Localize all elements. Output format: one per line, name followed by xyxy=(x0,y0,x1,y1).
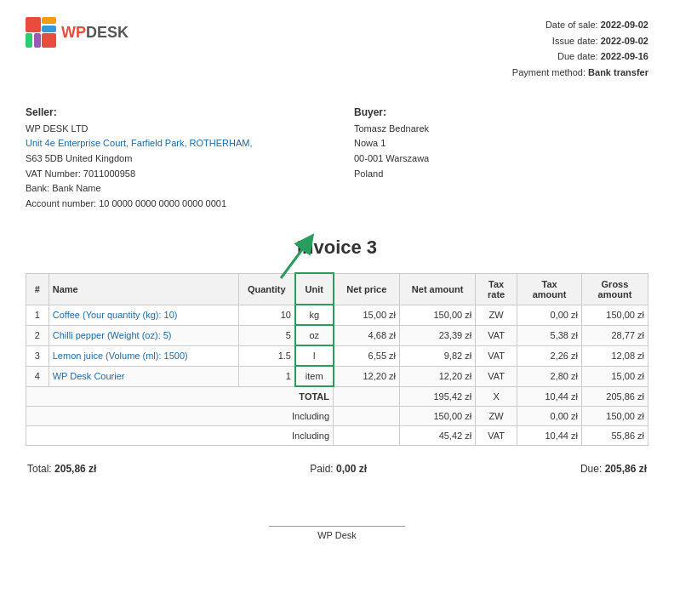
buyer-label: Buyer: xyxy=(354,106,648,118)
cell-unit: l xyxy=(295,345,334,366)
including-label-cell: Including xyxy=(26,426,334,446)
date-of-sale: Date of sale: 2022-09-02 xyxy=(512,17,648,33)
paid-label: Paid: xyxy=(310,463,333,475)
cell-gross-amount: 15,00 zł xyxy=(581,366,648,386)
footer-totals: Total: 205,86 zł Paid: 0,00 zł Due: 205,… xyxy=(26,463,648,475)
invoice-title: Invoice 3 xyxy=(26,237,648,259)
paid-value: 0,00 zł xyxy=(336,463,367,475)
signature-line xyxy=(269,526,405,527)
total-value: 205,86 zł xyxy=(54,463,96,475)
including-tax-rate: VAT xyxy=(476,426,517,446)
total-label: Total: xyxy=(27,463,52,475)
parties-section: Seller: WP DESK LTD Unit 4e Enterprise C… xyxy=(26,106,648,212)
due-date: Due date: 2022-09-16 xyxy=(512,48,648,65)
signature-area: WP Desk xyxy=(26,526,648,540)
cell-num: 2 xyxy=(26,325,49,345)
invoice-meta: Date of sale: 2022-09-02 Issue date: 202… xyxy=(512,17,648,81)
including-empty xyxy=(334,426,400,446)
cell-net-amount: 9,82 zł xyxy=(400,345,476,366)
svg-rect-4 xyxy=(34,33,41,48)
buyer-section: Buyer: Tomasz Bednarek Nowa 1 00-001 War… xyxy=(354,106,648,212)
seller-address-line2: S63 5DB United Kingdom xyxy=(26,151,320,167)
including-tax-rate: ZW xyxy=(476,407,517,426)
including-label-cell: Including xyxy=(26,407,334,426)
seller-account: Account number: 10 0000 0000 0000 0000 0… xyxy=(26,197,320,212)
svg-rect-0 xyxy=(26,17,41,32)
total-gross-amount: 205,86 zł xyxy=(581,386,648,407)
seller-bank: Bank: Bank Name xyxy=(26,181,320,197)
cell-num: 4 xyxy=(26,366,49,386)
cell-name: Lemon juice (Volume (ml): 1500) xyxy=(49,345,238,366)
table-header-row: # Name Quantity Unit Net price Net amoun… xyxy=(26,273,648,305)
col-header-net-price: Net price xyxy=(334,273,400,305)
cell-net-amount: 12,20 zł xyxy=(400,366,476,386)
including-tax-amount: 10,44 zł xyxy=(517,426,582,446)
cell-net-price: 4,68 zł xyxy=(334,325,400,345)
cell-tax-rate: VAT xyxy=(476,345,517,366)
paid-section: Paid: 0,00 zł xyxy=(310,463,367,475)
logo: WPDESK xyxy=(26,17,129,48)
signature-company: WP Desk xyxy=(317,530,357,540)
total-section: Total: 205,86 zł xyxy=(27,463,96,475)
svg-rect-5 xyxy=(42,33,56,48)
cell-tax-rate: VAT xyxy=(476,366,517,386)
cell-gross-amount: 28,77 zł xyxy=(581,325,648,345)
col-header-gross-amount: Grossamount xyxy=(581,273,648,305)
table-row: 2Chilli pepper (Weight (oz): 5)5oz4,68 z… xyxy=(26,325,648,345)
cell-tax-rate: VAT xyxy=(476,325,517,345)
cell-net-price: 6,55 zł xyxy=(334,345,400,366)
cell-tax-amount: 5,38 zł xyxy=(517,325,582,345)
total-row: TOTAL 195,42 zł X 10,44 zł 205,86 zł xyxy=(26,386,648,407)
buyer-address-line2: 00-001 Warszawa xyxy=(354,151,648,167)
cell-unit: oz xyxy=(295,325,334,345)
col-header-name: Name xyxy=(49,273,238,305)
total-tax-rate: X xyxy=(476,386,517,407)
including-net-amount: 150,00 zł xyxy=(400,407,476,426)
cell-tax-amount: 0,00 zł xyxy=(517,305,582,325)
including-gross-amount: 55,86 zł xyxy=(581,426,648,446)
cell-quantity: 10 xyxy=(238,305,295,325)
col-header-num: # xyxy=(26,273,49,305)
svg-rect-2 xyxy=(42,26,56,32)
seller-label: Seller: xyxy=(26,106,320,118)
col-header-unit: Unit xyxy=(295,273,334,305)
seller-name: WP DESK LTD xyxy=(26,122,320,137)
payment-method: Payment method: Bank transfer xyxy=(512,65,648,81)
col-header-tax-rate: Taxrate xyxy=(476,273,517,305)
buyer-country: Poland xyxy=(354,167,648,182)
svg-rect-3 xyxy=(26,33,32,48)
cell-name: Coffee (Your quantity (kg): 10) xyxy=(49,305,238,325)
cell-net-amount: 23,39 zł xyxy=(400,325,476,345)
logo-text: WPDESK xyxy=(61,24,129,42)
issue-date: Issue date: 2022-09-02 xyxy=(512,33,648,49)
cell-name: WP Desk Courier xyxy=(49,366,238,386)
cell-quantity: 1.5 xyxy=(238,345,295,366)
col-header-net-amount: Net amount xyxy=(400,273,476,305)
col-header-quantity: Quantity xyxy=(238,273,295,305)
svg-rect-1 xyxy=(42,17,56,24)
due-section: Due: 205,86 zł xyxy=(580,463,647,475)
col-header-tax-amount: Taxamount xyxy=(517,273,582,305)
cell-num: 1 xyxy=(26,305,49,325)
including-row: Including 150,00 zł ZW 0,00 zł 150,00 zł xyxy=(26,407,648,426)
cell-tax-rate: ZW xyxy=(476,305,517,325)
due-value: 205,86 zł xyxy=(605,463,647,475)
cell-unit: kg xyxy=(295,305,334,325)
cell-tax-amount: 2,26 zł xyxy=(517,345,582,366)
cell-net-price: 15,00 zł xyxy=(334,305,400,325)
page-header: WPDESK Date of sale: 2022-09-02 Issue da… xyxy=(26,17,648,81)
seller-vat: VAT Number: 7011000958 xyxy=(26,167,320,182)
cell-net-price: 12,20 zł xyxy=(334,366,400,386)
table-row: 4WP Desk Courier1item12,20 zł12,20 złVAT… xyxy=(26,366,648,386)
total-label-cell: TOTAL xyxy=(26,386,334,407)
total-cell-empty xyxy=(334,386,400,407)
cell-num: 3 xyxy=(26,345,49,366)
total-net-amount: 195,42 zł xyxy=(400,386,476,407)
including-gross-amount: 150,00 zł xyxy=(581,407,648,426)
logo-icon xyxy=(26,17,56,48)
cell-quantity: 5 xyxy=(238,325,295,345)
cell-quantity: 1 xyxy=(238,366,295,386)
table-row: 1Coffee (Your quantity (kg): 10)10kg15,0… xyxy=(26,305,648,325)
including-row: Including 45,42 zł VAT 10,44 zł 55,86 zł xyxy=(26,426,648,446)
cell-net-amount: 150,00 zł xyxy=(400,305,476,325)
